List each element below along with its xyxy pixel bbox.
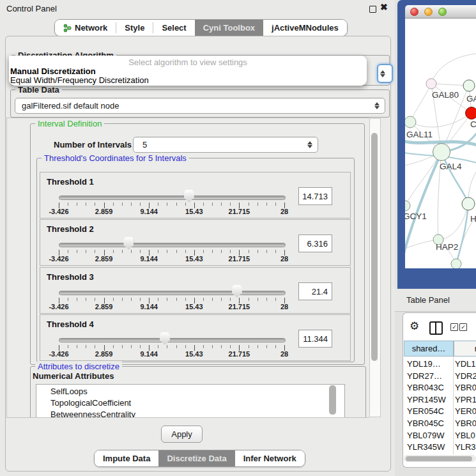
tab-label: Impute Data bbox=[103, 454, 150, 463]
attributes-group-title: Attributes to discretize bbox=[35, 362, 122, 371]
threshold-value-field[interactable]: 14.713 bbox=[298, 187, 332, 205]
table-cell[interactable]: YDL1 bbox=[455, 359, 476, 369]
table-cell[interactable]: YBL0 bbox=[455, 431, 475, 440]
tick-label: 15.43 bbox=[185, 208, 203, 215]
apply-button[interactable]: Apply bbox=[161, 426, 203, 443]
table-hscrollbar-thumb[interactable] bbox=[406, 456, 472, 461]
tick-label: 28 bbox=[280, 303, 288, 311]
tick-label: 21.715 bbox=[229, 303, 250, 311]
num-intervals-combobox[interactable]: 5 bbox=[133, 137, 318, 153]
algorithm-option-equal-width[interactable]: Equal Width/Frequency Discretization bbox=[10, 75, 149, 85]
tab-network[interactable]: Network bbox=[55, 20, 116, 36]
slider-tick-labels: -3.4262.8599.14415.4321.71528 bbox=[59, 208, 284, 217]
attributes-list-scrollbar[interactable] bbox=[329, 385, 336, 415]
tick-label: 9.144 bbox=[140, 303, 158, 311]
table-column-header-1[interactable]: na bbox=[454, 341, 476, 357]
checkbox-icon[interactable]: ✓ bbox=[450, 323, 458, 331]
network-node[interactable] bbox=[433, 144, 450, 161]
network-window-titlebar[interactable] bbox=[405, 5, 476, 19]
numerical-attributes-label: Numerical Attributes bbox=[33, 371, 114, 381]
panel-title: Control Panel bbox=[6, 4, 57, 13]
close-traffic-light-icon[interactable] bbox=[410, 8, 418, 16]
attribute-item-betweennesscentrality[interactable]: BetweennessCentrality bbox=[50, 410, 135, 418]
gear-icon[interactable]: ⚙ bbox=[410, 319, 419, 333]
threshold-panel-2: Threshold 2 -3.4262.8599.14415.4321.7152… bbox=[40, 219, 351, 266]
float-window-icon[interactable] bbox=[369, 6, 376, 13]
network-node[interactable] bbox=[463, 80, 475, 91]
tab-label: Infer Network bbox=[243, 454, 296, 463]
table-cell[interactable]: YBR045C bbox=[407, 418, 444, 428]
combo-arrows-icon bbox=[380, 70, 385, 77]
tab-cyni-toolbox[interactable]: Cyni Toolbox bbox=[195, 20, 263, 36]
table-panel-title: Table Panel bbox=[406, 295, 450, 305]
table-cell[interactable]: YER054C bbox=[407, 406, 444, 416]
table-cell[interactable]: YLR3 bbox=[455, 442, 476, 452]
checkbox-icon[interactable]: ✓ bbox=[459, 323, 467, 331]
bottom-tab-bar: Impute DataDiscretize DataInfer Network bbox=[94, 450, 305, 467]
tab-style[interactable]: Style bbox=[116, 20, 153, 36]
table-cell[interactable]: YBR0 bbox=[455, 418, 476, 428]
network-canvas[interactable]: GAL80GACGAL11GAL4GCY1HHAP2 bbox=[405, 19, 476, 268]
threshold-slider-track[interactable] bbox=[59, 196, 286, 200]
column-layout-icon[interactable] bbox=[429, 321, 443, 335]
tick-label: 2.859 bbox=[95, 350, 113, 358]
table-cell[interactable]: YLR345W bbox=[407, 442, 445, 452]
network-node-label-hap2: HAP2 bbox=[436, 242, 458, 252]
table-cell[interactable]: YDL19… bbox=[407, 359, 441, 369]
threshold-slider-track[interactable] bbox=[59, 338, 286, 342]
table-data-combobox[interactable]: galFiltered.sif default node bbox=[15, 98, 385, 114]
table-cell[interactable]: YPR1 bbox=[455, 395, 476, 404]
slider-tick-labels: -3.4262.8599.14415.4321.71528 bbox=[59, 303, 284, 312]
zoom-traffic-light-icon[interactable] bbox=[438, 8, 447, 16]
tab-select[interactable]: Select bbox=[153, 20, 194, 36]
network-node-label-gal4: GAL4 bbox=[440, 162, 462, 171]
network-node[interactable] bbox=[451, 259, 461, 268]
threshold-slider-track[interactable] bbox=[59, 243, 286, 247]
algorithm-combobox[interactable] bbox=[377, 64, 393, 83]
tab-label: Cyni Toolbox bbox=[203, 23, 255, 33]
table-cell[interactable]: YER0 bbox=[455, 406, 476, 416]
threshold-value-field[interactable]: 11.344 bbox=[298, 330, 332, 348]
checkbox-icons[interactable]: ✓ ✓ bbox=[450, 323, 467, 331]
minimize-traffic-light-icon[interactable] bbox=[424, 8, 433, 16]
threshold-slider-thumb[interactable] bbox=[184, 190, 194, 203]
algorithm-popup: Select algorithm to view settings Manual… bbox=[9, 56, 367, 86]
threshold-value-field[interactable]: 6.316 bbox=[298, 234, 332, 252]
tab-discretize-data[interactable]: Discretize Data bbox=[158, 450, 234, 466]
network-node[interactable] bbox=[405, 116, 416, 128]
table-cell[interactable]: YBL079W bbox=[407, 431, 445, 440]
network-node[interactable] bbox=[426, 79, 436, 89]
attribute-item-topologicalcoefficient[interactable]: TopologicalCoefficient bbox=[50, 398, 131, 408]
tab-impute-data[interactable]: Impute Data bbox=[95, 450, 158, 466]
numerical-attributes-list[interactable]: SelfLoopsTopologicalCoefficientBetweenne… bbox=[36, 384, 345, 418]
threshold-slider-thumb[interactable] bbox=[160, 332, 170, 345]
threshold-value-field[interactable]: 21.4 bbox=[298, 282, 332, 300]
network-node[interactable] bbox=[466, 107, 476, 119]
threshold-slider-track[interactable] bbox=[59, 291, 286, 295]
table-cell[interactable]: YDR27… bbox=[407, 371, 442, 381]
threshold-slider-thumb[interactable] bbox=[232, 285, 242, 298]
table-column-header-0[interactable]: shared… bbox=[404, 341, 454, 357]
table-cell[interactable]: YBR0 bbox=[455, 383, 476, 392]
table-cell[interactable]: YDR2 bbox=[455, 371, 476, 381]
network-node[interactable] bbox=[462, 197, 475, 210]
tab-infer-network[interactable]: Infer Network bbox=[235, 450, 305, 466]
main-scrollbar-thumb[interactable] bbox=[371, 133, 378, 361]
threshold-panel-1: Threshold 1 -3.4262.8599.14415.4321.7152… bbox=[40, 172, 351, 219]
attribute-item-selfloops[interactable]: SelfLoops bbox=[50, 387, 88, 396]
close-icon[interactable]: ✖ bbox=[380, 2, 388, 12]
threshold-panel-3: Threshold 3 -3.4262.8599.14415.4321.7152… bbox=[40, 267, 351, 314]
table-cell[interactable]: YBR043C bbox=[407, 383, 444, 392]
network-node[interactable] bbox=[405, 201, 410, 211]
network-graph: GAL80GACGAL11GAL4GCY1HHAP2 bbox=[405, 19, 476, 268]
threshold-slider-thumb[interactable] bbox=[123, 237, 134, 250]
tick-label: 28 bbox=[280, 350, 288, 358]
threshold-label: Threshold 1 bbox=[47, 177, 94, 187]
algorithm-option-manual[interactable]: Manual Discretization bbox=[10, 66, 96, 76]
threshold-panel-4: Threshold 4 -3.4262.8599.14415.4321.7152… bbox=[40, 314, 351, 361]
tick-label: 28 bbox=[280, 255, 288, 263]
table-cell[interactable]: YPR145W bbox=[407, 395, 446, 404]
tab-jactivemnodules[interactable]: jActiveMNodules bbox=[263, 20, 347, 36]
slider-tick-labels: -3.4262.8599.14415.4321.71528 bbox=[59, 255, 284, 264]
network-icon bbox=[63, 24, 72, 33]
